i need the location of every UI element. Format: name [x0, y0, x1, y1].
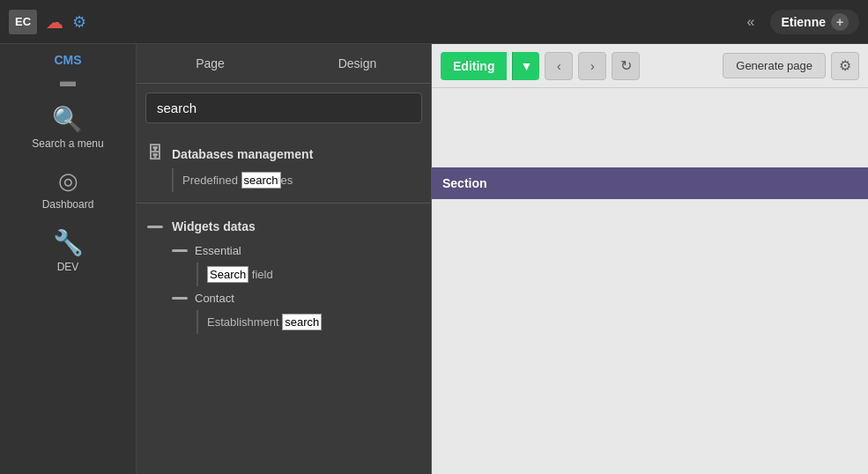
cloud-icon[interactable]: ☁ — [46, 11, 63, 33]
search-highlight-1: search — [241, 172, 281, 189]
search-field-item[interactable]: Search field — [197, 263, 420, 286]
search-input[interactable] — [157, 100, 411, 115]
widgets-subsection: Essential Search field Contact — [147, 239, 420, 334]
section-widgets-label: Widgets datas — [172, 219, 256, 233]
search-container — [137, 84, 431, 132]
generate-page-button[interactable]: Generate page — [723, 53, 826, 78]
gear-icon[interactable]: ⚙ — [72, 12, 86, 32]
section-databases: 🗄 Databases management Predefined search… — [137, 132, 431, 199]
top-bar: EC ☁ ⚙ « Etienne + — [0, 0, 868, 44]
search-label: Search a menu — [32, 137, 103, 150]
section-widgets: Widgets datas Essential Search field — [137, 207, 431, 341]
dash-icon-essential — [172, 249, 188, 252]
dash-icon-widgets — [147, 226, 163, 228]
search-icon: 🔍 — [52, 105, 83, 134]
database-icon: 🗄 — [147, 144, 163, 163]
cms-label: CMS — [54, 53, 81, 67]
collapse-button[interactable]: « — [740, 11, 762, 33]
subheader-contact[interactable]: Contact — [172, 286, 420, 310]
nav-back-button[interactable]: ‹ — [545, 52, 573, 80]
right-panel: Editing ▼ ‹ › ↻ Generate page ⚙ Section — [432, 44, 868, 474]
subheader-essential[interactable]: Essential — [172, 239, 420, 263]
main-layout: CMS ▬ 🔍 Search a menu ◎ Dashboard 🔧 DEV … — [0, 44, 868, 474]
refresh-button[interactable]: ↻ — [612, 52, 640, 80]
tab-design[interactable]: Design — [284, 44, 431, 83]
tab-page[interactable]: Page — [137, 44, 284, 83]
ec-logo: EC — [9, 10, 37, 34]
preview-area: Section — [432, 88, 868, 474]
user-tab[interactable]: Etienne + — [770, 10, 859, 34]
section-bar: Section — [432, 167, 868, 199]
sidebar-item-dashboard[interactable]: ◎ Dashboard — [42, 167, 94, 211]
dev-icon: 🔧 — [53, 228, 84, 257]
sidebar-item-dev[interactable]: 🔧 DEV — [53, 228, 84, 273]
editor-toolbar: Editing ▼ ‹ › ↻ Generate page ⚙ — [432, 44, 868, 88]
section-databases-header[interactable]: 🗄 Databases management — [147, 139, 420, 168]
search-highlight-3: search — [282, 314, 322, 330]
contact-label: Contact — [195, 292, 234, 305]
middle-panel: Page Design 🗄 Databases management Prede… — [137, 44, 432, 474]
section-widgets-header[interactable]: Widgets datas — [147, 214, 420, 239]
page-settings-button[interactable]: ⚙ — [831, 52, 859, 80]
add-tab-button[interactable]: + — [831, 13, 849, 31]
search-input-wrapper — [145, 93, 422, 123]
section-bar-label: Section — [442, 176, 487, 190]
menu-list: 🗄 Databases management Predefined search… — [137, 132, 431, 474]
nav-forward-button[interactable]: › — [578, 52, 606, 80]
section-databases-label: Databases management — [172, 147, 313, 161]
databases-subsection: Predefined searches — [147, 168, 420, 192]
dash-icon-contact — [172, 297, 188, 300]
dashboard-label: Dashboard — [42, 198, 94, 211]
divider-1 — [137, 203, 431, 204]
user-name: Etienne — [781, 15, 826, 29]
sidebar-item-search[interactable]: 🔍 Search a menu — [32, 105, 103, 150]
search-highlight-2: Search — [207, 266, 249, 283]
dashboard-icon: ◎ — [58, 167, 78, 195]
essential-items: Search field — [172, 263, 420, 286]
dev-label: DEV — [57, 261, 79, 273]
editing-dropdown[interactable]: ▼ — [512, 52, 539, 80]
contact-items: Establishment search — [172, 310, 420, 334]
establishment-search-item[interactable]: Establishment search — [197, 310, 420, 334]
editing-button[interactable]: Editing — [441, 52, 507, 80]
essential-label: Essential — [195, 244, 241, 257]
middle-tabs: Page Design — [137, 44, 431, 84]
cms-minus-icon[interactable]: ▬ — [60, 72, 76, 91]
left-sidebar: CMS ▬ 🔍 Search a menu ◎ Dashboard 🔧 DEV — [0, 44, 137, 474]
predefined-searches-item[interactable]: Predefined searches — [172, 168, 420, 192]
